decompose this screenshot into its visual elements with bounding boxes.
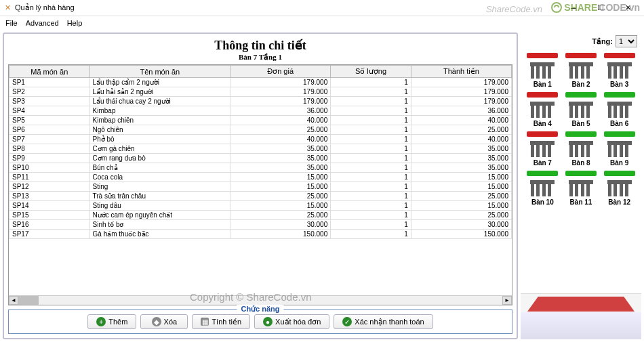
plus-icon: + [96,317,106,326]
table-status-indicator [527,92,558,98]
export-label: Xuất hóa đơn [275,318,321,326]
menu-file[interactable]: File [1,18,22,28]
table-icon [566,60,596,80]
col-total[interactable]: Thành tiền [411,66,511,78]
delete-button[interactable]: ◆ Xóa [140,314,188,329]
table-icon [566,99,596,119]
table-row[interactable]: SP1Lẩu thập cẩm 2 người179.0001179.000 [9,78,512,87]
titlebar: ✕ Quản lý nhà hàng ─ ☐ ✕ [0,0,644,16]
floor-label: Tầng: [592,37,613,46]
col-name[interactable]: Tên món ăn [89,66,230,78]
table-status-indicator [604,131,635,137]
window-title: Quản lý nhà hàng [15,3,560,12]
menubar: File Advanced Help [0,16,644,30]
horizontal-scrollbar[interactable]: ◄ ► [9,295,512,305]
table-label: Bàn 7 [534,159,552,167]
table-status-indicator [527,131,558,137]
table-icon [566,177,596,198]
table-row[interactable]: SP5Kimbap chiên40.000140.000 [9,116,512,125]
maximize-button[interactable]: ☐ [587,0,614,16]
restaurant-image [521,293,641,339]
table-row[interactable]: SP7Phở bò40.000140.000 [9,135,512,144]
table-row[interactable]: SP6Ngô chiên25.000125.000 [9,125,512,135]
col-price[interactable]: Đơn giá [230,66,331,78]
table-label: Bàn 8 [571,159,590,167]
col-id[interactable]: Mã món ăn [9,66,90,78]
export-icon: ● [263,317,273,326]
table-icon [605,60,635,80]
add-button[interactable]: + Thêm [87,314,136,329]
table-icon [566,138,596,158]
table-item[interactable]: Bàn 4 [525,92,561,127]
table-item[interactable]: Bàn 3 [601,53,637,88]
table-status-indicator [565,53,597,58]
table-row[interactable]: SP9Cơm rang dưa bò35.000135.000 [9,154,512,163]
table-icon [527,60,557,80]
table-item[interactable]: Bàn 11 [563,171,599,206]
table-label: Bàn 3 [610,81,628,88]
functions-fieldset: Chức năng + Thêm ◆ Xóa ▦ Tính tiền ● Xuấ… [8,309,512,334]
table-icon [605,177,635,198]
table-item[interactable]: Bàn 7 [525,131,561,167]
table-status-indicator [604,53,635,58]
table-status-indicator [565,171,597,176]
table-label: Bàn 11 [570,198,592,206]
table-row[interactable]: SP11Coca cola15.000115.000 [9,173,512,182]
table-row[interactable]: SP8Cơm gà chiên35.000135.000 [9,144,512,154]
export-button[interactable]: ● Xuất hóa đơn [254,314,329,329]
calc-label: Tính tiền [212,318,241,326]
table-label: Bàn 10 [531,198,554,206]
table-item[interactable]: Bàn 8 [563,131,599,167]
table-row[interactable]: SP14Sting dâu15.000115.000 [9,201,512,211]
table-item[interactable]: Bàn 6 [601,92,637,127]
confirm-button[interactable]: ✓ Xác nhận thanh toán [334,314,432,329]
order-table: Mã món ăn Tên món ăn Đơn giá Số lượng Th… [8,64,512,305]
table-row[interactable]: SP10Bún chả35.000135.000 [9,163,512,173]
detail-title: Thông tin chi tiết [8,38,512,53]
table-label: Bàn 5 [571,120,590,127]
table-status-indicator [565,131,597,137]
table-row[interactable]: SP4Kimbap36.000136.000 [9,106,512,116]
app-icon: ✕ [3,3,12,13]
minimize-button[interactable]: ─ [560,0,587,16]
table-row[interactable]: SP2Lẩu hải sản 2 người179.0001179.000 [9,87,512,97]
table-icon [527,138,557,158]
menu-help[interactable]: Help [63,18,87,28]
table-item[interactable]: Bàn 10 [525,171,561,206]
table-item[interactable]: Bàn 2 [563,53,599,88]
table-icon [527,99,557,119]
table-icon [527,177,557,198]
table-status-indicator [604,92,635,98]
grid-icon: ▦ [201,318,209,326]
table-item[interactable]: Bàn 9 [601,131,637,167]
table-row[interactable]: SP13Trà sữa trân châu25.000125.000 [9,192,512,201]
table-icon [605,99,635,119]
table-label: Bàn 6 [610,120,628,127]
table-label: Bàn 2 [571,81,590,88]
table-item[interactable]: Bàn 5 [563,92,599,127]
menu-advanced[interactable]: Advanced [22,18,63,28]
diamond-icon: ◆ [152,317,161,326]
table-item[interactable]: Bàn 1 [525,53,561,88]
table-row[interactable]: SP17Gà hầm thuốc bắc150.0001150.000 [9,230,512,239]
table-label: Bàn 9 [610,159,628,167]
table-row[interactable]: SP15Nước cam ép nguyên chất25.000125.000 [9,211,512,220]
floor-select[interactable]: 1 [616,35,637,47]
detail-panel: Thông tin chi tiết Bàn 7 Tầng 1 Mã món ă… [3,33,518,339]
table-label: Bàn 4 [534,120,552,127]
functions-legend: Chức năng [237,305,283,314]
table-row[interactable]: SP12Sting15.000115.000 [9,182,512,192]
delete-label: Xóa [164,318,178,326]
calc-button[interactable]: ▦ Tính tiền [192,314,250,329]
table-row[interactable]: SP3Lẩu thái chua cay 2 người179.0001179.… [9,97,512,106]
table-row[interactable]: SP16Sinh tố bơ30.000130.000 [9,220,512,230]
table-status-indicator [565,92,597,98]
col-qty[interactable]: Số lượng [331,66,411,78]
add-label: Thêm [108,318,127,326]
check-icon: ✓ [342,317,352,326]
close-button[interactable]: ✕ [614,0,641,16]
table-item[interactable]: Bàn 12 [601,171,637,206]
tables-panel: Tầng: 1 Bàn 1 Bàn 2 Bàn 3 [521,33,641,339]
table-status-indicator [527,53,558,58]
table-label: Bàn 1 [534,81,552,88]
